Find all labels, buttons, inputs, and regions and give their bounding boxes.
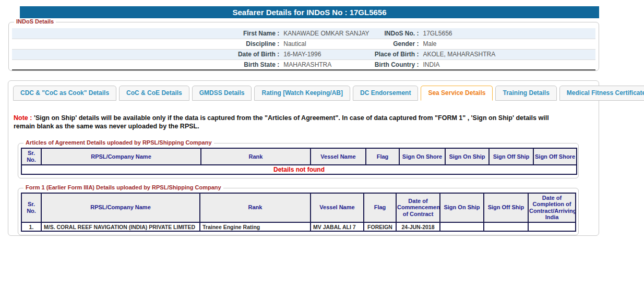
field-label-discipline: Discipline :	[12, 39, 281, 49]
column-header-flag: Flag	[366, 148, 399, 164]
articles-of-agreement-caption: Articles of Agreement Details uploaded b…	[23, 139, 214, 146]
page-title: Seafarer Details for INDoS No : 17GL5656	[20, 6, 599, 18]
column-header-vessel-name: Vessel Name	[311, 148, 366, 164]
field-label-birth-state: Birth State :	[12, 59, 281, 70]
table-header-row: Sr. No. RPSL/Company Name Rank Vessel Na…	[21, 193, 576, 223]
field-label-gender: Gender :	[372, 39, 421, 49]
field-label-first-name: First Name :	[12, 28, 281, 39]
table-row: First Name : KANAWADE OMKAR SANJAY INDoS…	[12, 28, 595, 39]
field-value-birth-state: MAHARASHTRA	[281, 59, 371, 70]
column-header-sign-on-shore: Sign On Shore	[399, 148, 445, 164]
details-not-found-message: Details not found	[21, 165, 577, 174]
field-value-first-name: KANAWADE OMKAR SANJAY	[281, 28, 371, 39]
column-header-sr-no: Sr. No.	[21, 148, 41, 164]
field-value-birth-country: INDIA	[421, 59, 595, 70]
table-row: Date of Birth : 16-MAY-1996 Place of Bir…	[12, 49, 595, 59]
table-row: Discipline : Nautical Gender : Male	[12, 39, 595, 49]
tab-training-details[interactable]: Training Details	[495, 86, 556, 101]
column-header-rpsl-company-name: RPSL/Company Name	[41, 193, 200, 223]
tab-cdc-coc-as-cook-details[interactable]: CDC & "CoC as Cook" Details	[13, 86, 116, 101]
field-value-place-of-birth: AKOLE, MAHARASHTRA	[421, 49, 595, 59]
column-header-sign-on-ship: Sign On Ship	[440, 193, 484, 223]
column-header-sr-no: Sr. No.	[21, 193, 41, 223]
cell-rank: Trainee Engine Rating	[200, 222, 311, 231]
tab-gmdss-details[interactable]: GMDSS Details	[192, 86, 252, 101]
column-header-sign-on-ship: Sign On Ship	[445, 148, 489, 164]
field-value-discipline: Nautical	[281, 39, 371, 49]
tab-content-panel: CDC & "CoC as Cook" Details CoC & CoE De…	[8, 80, 599, 236]
tab-medical-fitness-certificate[interactable]: Medical Fitness Certificate	[559, 86, 644, 101]
cell-sr-no: 1.	[21, 222, 41, 231]
form1-details-table: Sr. No. RPSL/Company Name Rank Vessel Na…	[21, 193, 576, 232]
table-row: Details not found	[21, 165, 577, 174]
cell-sign-on-ship	[440, 222, 484, 231]
tab-sea-service-details[interactable]: Sea Service Details	[421, 86, 493, 101]
tab-dc-endorsement[interactable]: DC Endorsement	[353, 86, 418, 101]
indos-details-table: First Name : KANAWADE OMKAR SANJAY INDoS…	[12, 28, 595, 70]
field-value-date-of-birth: 16-MAY-1996	[281, 49, 371, 59]
column-header-vessel-name: Vessel Name	[311, 193, 364, 223]
column-header-date-of-commencement: Date of Commencement of Contract	[396, 193, 440, 223]
table-row: 1. M/S. CORAL REEF NAVIGATION (INDIA) PR…	[21, 222, 576, 231]
cell-date-of-commencement: 24-JUN-2018	[396, 222, 440, 231]
tab-coc-coe-details[interactable]: CoC & CoE Details	[119, 86, 189, 101]
cell-date-of-completion	[528, 222, 576, 231]
form1-details-caption: Form 1 (Earlier Form IIIA) Details uploa…	[23, 184, 223, 190]
articles-of-agreement-panel: Articles of Agreement Details uploaded b…	[18, 143, 579, 178]
form1-details-panel: Form 1 (Earlier Form IIIA) Details uploa…	[18, 188, 579, 236]
field-label-date-of-birth: Date of Birth :	[12, 49, 281, 59]
indos-details-legend: INDoS Details	[14, 18, 56, 25]
column-header-flag: Flag	[364, 193, 396, 223]
field-label-place-of-birth: Place of Birth :	[372, 49, 421, 59]
column-header-sign-off-shore: Sign Off Shore	[533, 148, 577, 164]
note-label: Note :	[14, 114, 32, 122]
field-value-indos-no: 17GL5656	[421, 28, 595, 39]
column-header-date-of-completion: Date of Completion of Contract/Arriving …	[528, 193, 576, 223]
note: Note : 'Sign on Ship' details will be av…	[14, 114, 566, 130]
tab-rating-watch-keeping-ab[interactable]: Rating [Watch Keeping/AB]	[254, 86, 350, 101]
column-header-sign-off-ship: Sign Off Ship	[489, 148, 533, 164]
table-row: Birth State : MAHARASHTRA Birth Country …	[12, 59, 595, 70]
column-header-sign-off-ship: Sign Off Ship	[484, 193, 528, 223]
cell-vessel-name: MV JABAL ALI 7	[311, 222, 364, 231]
column-header-rank: Rank	[200, 193, 311, 223]
column-header-rpsl-company-name: RPSL/Company Name	[41, 148, 201, 164]
column-header-rank: Rank	[201, 148, 311, 164]
field-value-gender: Male	[421, 39, 595, 49]
table-header-row: Sr. No. RPSL/Company Name Rank Vessel Na…	[21, 148, 577, 164]
field-label-indos-no: INDoS No. :	[372, 28, 421, 39]
indos-details-panel: INDoS Details First Name : KANAWADE OMKA…	[8, 22, 599, 71]
articles-of-agreement-table: Sr. No. RPSL/Company Name Rank Vessel Na…	[21, 148, 577, 174]
note-text: 'Sign on Ship' details will be available…	[14, 114, 549, 130]
cell-rpsl-company-name: M/S. CORAL REEF NAVIGATION (INDIA) PRIVA…	[41, 222, 200, 231]
cell-sign-off-ship	[484, 222, 528, 231]
cell-flag: FOREIGN	[364, 222, 396, 231]
tab-bar: CDC & "CoC as Cook" Details CoC & CoE De…	[8, 81, 599, 101]
field-label-birth-country: Birth Country :	[372, 59, 421, 70]
